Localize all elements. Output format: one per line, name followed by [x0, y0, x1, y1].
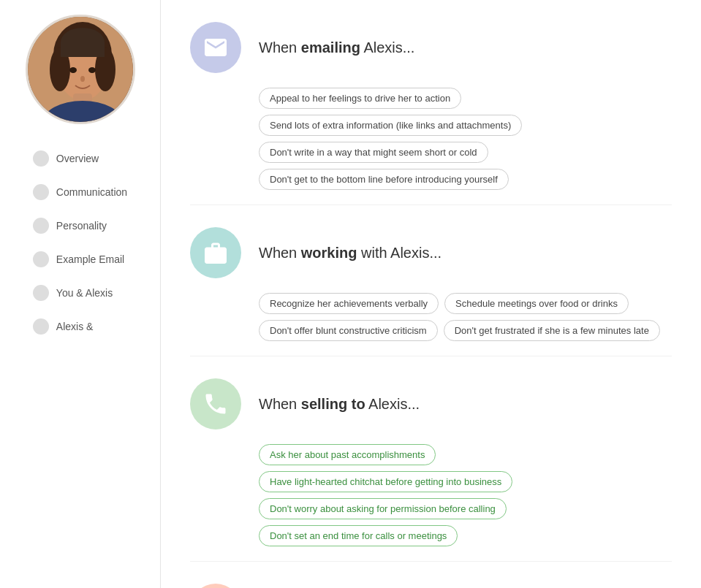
nav-label: Overview [56, 153, 99, 164]
section-title-selling: When selling to Alexis... [259, 396, 420, 413]
tag: Send lots of extra information (like lin… [259, 115, 522, 136]
svg-point-6 [95, 47, 115, 91]
briefcase-icon [190, 227, 241, 278]
tag: Ask her about past accomplishments [259, 444, 436, 465]
svg-point-9 [80, 76, 85, 82]
nav-dot [33, 318, 49, 335]
sidebar-item-example-email[interactable]: Example Email [18, 243, 142, 276]
tag: Don't get frustrated if she is a few min… [444, 320, 660, 341]
svg-point-7 [69, 67, 77, 73]
main-content: When emailing Alexis...Appeal to her fee… [161, 0, 701, 588]
section-natural: It comes naturally to Alexis to...Prefer… [190, 562, 672, 588]
sidebar-item-alexis-and[interactable]: Alexis & [18, 310, 142, 343]
envelope-icon [190, 22, 241, 73]
nav-dot [33, 251, 49, 267]
svg-point-5 [50, 47, 70, 91]
section-title-emailing: When emailing Alexis... [259, 39, 414, 56]
tag: Don't get to the bottom line before intr… [259, 169, 509, 190]
nav-label: Alexis & [56, 321, 94, 332]
sidebar: OverviewCommunicationPersonalityExample … [0, 0, 161, 588]
tag: Appeal to her feelings to drive her to a… [259, 88, 461, 109]
lightbulb-icon [190, 584, 241, 588]
nav-list: OverviewCommunicationPersonalityExample … [18, 142, 142, 343]
nav-label: You & Alexis [56, 287, 113, 299]
avatar [26, 15, 135, 124]
sidebar-item-you-alexis[interactable]: You & Alexis [18, 276, 142, 310]
section-title-working: When working with Alexis... [259, 245, 442, 261]
tags-emailing: Appeal to her feelings to drive her to a… [259, 88, 672, 190]
section-emailing: When emailing Alexis...Appeal to her fee… [190, 0, 672, 205]
section-working: When working with Alexis...Recognize her… [190, 205, 672, 356]
nav-dot [33, 218, 49, 234]
section-selling: When selling to Alexis...Ask her about p… [190, 356, 672, 562]
tag: Schedule meetings over food or drinks [444, 293, 629, 314]
nav-label: Personality [56, 220, 107, 232]
tag: Have light-hearted chitchat before getti… [259, 471, 512, 492]
nav-dot [33, 150, 49, 167]
tag: Recognize her achievements verbally [259, 293, 439, 314]
section-header-working: When working with Alexis... [190, 227, 672, 278]
sidebar-item-personality[interactable]: Personality [18, 209, 142, 243]
tags-working: Recognize her achievements verballySched… [259, 293, 672, 341]
tag: Don't set an end time for calls or meeti… [259, 525, 458, 546]
section-header-emailing: When emailing Alexis... [190, 22, 672, 73]
svg-point-8 [88, 67, 96, 73]
sidebar-item-overview[interactable]: Overview [18, 142, 142, 175]
tag: Don't offer blunt constructive criticism [259, 320, 438, 341]
nav-dot [33, 184, 49, 200]
section-header-natural: It comes naturally to Alexis to... [190, 584, 672, 588]
tags-selling: Ask her about past accomplishmentsHave l… [259, 444, 672, 546]
nav-dot [33, 285, 49, 301]
phone-icon [190, 378, 241, 429]
nav-label: Example Email [56, 253, 124, 265]
sections-container: When emailing Alexis...Appeal to her fee… [190, 0, 672, 588]
avatar-image [28, 15, 133, 124]
section-header-selling: When selling to Alexis... [190, 378, 672, 429]
nav-label: Communication [56, 186, 127, 198]
sidebar-item-communication[interactable]: Communication [18, 175, 142, 209]
tag: Don't worry about asking for permission … [259, 498, 507, 519]
tag: Don't write in a way that might seem sho… [259, 142, 488, 163]
